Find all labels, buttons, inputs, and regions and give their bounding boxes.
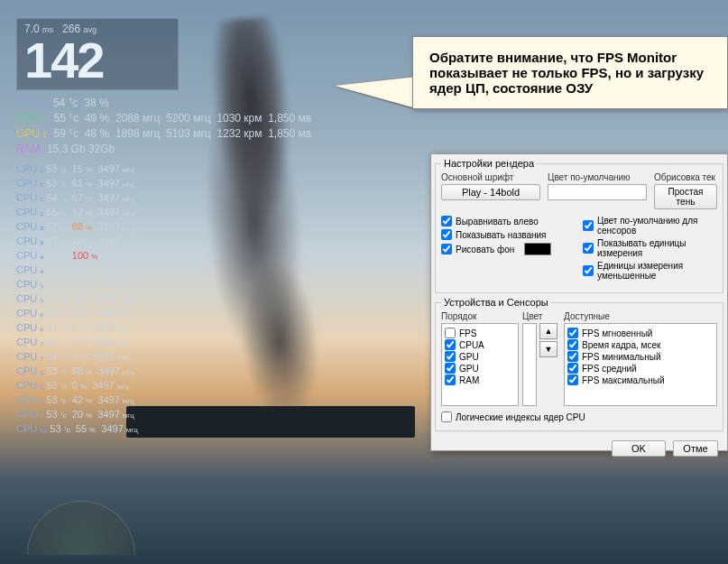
speech-tail (335, 77, 416, 108)
show-units-checkbox[interactable]: Показывать единицы измерения (583, 238, 717, 258)
show-names-checkbox[interactable]: Показывать названия (441, 229, 576, 240)
font-button[interactable]: Play - 14bold (441, 184, 540, 200)
order-label: Порядок (441, 311, 519, 321)
available-label: Доступные (564, 311, 717, 321)
move-down-button[interactable]: ▼ (539, 341, 558, 357)
default-color-label: Цвет по-умолчанию (548, 172, 647, 182)
fps-frame-box: 7.0 ms 266 avg 142 (16, 18, 179, 90)
cancel-button[interactable]: Отме (673, 440, 718, 457)
color2-label: Цвет (522, 311, 558, 321)
fps-overlay: 7.0 ms 266 avg 142 CPU ₀ 54 ᵀc 38 %GPU ₀… (16, 18, 311, 437)
sensors-group: Устройства и Сенсоры Порядок FPSCPUAGPUG… (435, 297, 723, 431)
ok-button[interactable]: OK (612, 440, 666, 457)
outline-label: Обрисовка тек (654, 172, 717, 182)
cpu-core-list: CPU ₀ 53 ᵀc 15 % 3497 мгцCPU ₁ 53 ᵀc 61 … (16, 162, 311, 437)
render-legend: Настройки рендера (441, 158, 537, 169)
logical-cores-checkbox[interactable]: Логические индексы ядер CPU (441, 411, 717, 422)
sensors-legend: Устройства и Сенсоры (441, 297, 551, 308)
default-color-input[interactable] (548, 184, 647, 200)
available-listbox[interactable]: FPS мгновенныйВремя кадра, мсекFPS миним… (564, 323, 717, 406)
font-label: Основной шрифт (441, 172, 540, 182)
speech-bubble: Обратите внимание, что FPS Monitor показ… (412, 36, 728, 109)
align-left-checkbox[interactable]: Выравнивать влево (441, 216, 576, 227)
small-units-checkbox[interactable]: Единицы измерения уменьшенные (583, 261, 717, 281)
sensor-color-input[interactable] (522, 323, 537, 406)
order-listbox[interactable]: FPSCPUAGPUGPURAM (441, 323, 519, 406)
settings-panel: Настройки рендера Основной шрифт Play - … (430, 153, 728, 451)
draw-bg-checkbox[interactable]: Рисовать фон (441, 243, 576, 255)
move-up-button[interactable]: ▲ (539, 323, 558, 339)
render-settings-group: Настройки рендера Основной шрифт Play - … (435, 158, 723, 293)
hardware-summary: CPU ₀ 54 ᵀc 38 %GPU ₀ 55 ᵀc 49 % 2088 мг… (16, 96, 311, 157)
fps-counter: 142 (24, 35, 170, 86)
outline-button[interactable]: Простая тень (654, 184, 717, 209)
sensor-color-checkbox[interactable]: Цвет по-умолчанию для сенсоров (583, 216, 717, 236)
bg-color-swatch[interactable] (524, 243, 551, 255)
